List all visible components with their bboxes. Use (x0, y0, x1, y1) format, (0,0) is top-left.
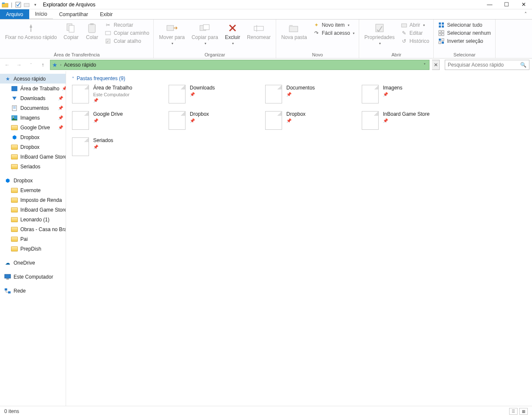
back-button[interactable]: ← (3, 60, 12, 70)
pin-to-quick-access-button[interactable]: Fixar no Acesso rápido (3, 20, 59, 41)
copy-to-icon (198, 22, 212, 34)
tree-qa-item[interactable]: Seriados (0, 162, 66, 171)
tree-dropbox-root[interactable]: ⬢ Dropbox (0, 176, 66, 185)
collapse-ribbon-button[interactable]: ˄ (519, 9, 532, 19)
paste-button[interactable]: Colar (83, 20, 101, 41)
group-select-label: Selecionar (436, 51, 492, 58)
tree-qa-item[interactable]: Dropbox (0, 142, 66, 152)
edit-button[interactable]: ✎Editar (399, 29, 431, 37)
invert-selection-button[interactable]: Inverter seleção (436, 37, 492, 45)
move-to-label: Mover para (159, 35, 185, 41)
tree-item-icon (11, 114, 18, 121)
folder-icon (11, 216, 18, 223)
file-thumb-icon (362, 111, 379, 130)
properties-qat-icon[interactable] (15, 1, 22, 8)
new-folder-button[interactable]: Nova pasta (279, 20, 310, 41)
tree-db-item[interactable]: Obras - Casa no Bra (0, 224, 66, 234)
tree-onedrive[interactable]: ☁ OneDrive (0, 258, 66, 268)
search-box[interactable]: 🔍 (445, 60, 529, 70)
search-icon: 🔍 (520, 62, 526, 68)
address-bar[interactable]: ★ › Acesso rápido ˅ (50, 60, 429, 70)
svg-rect-27 (442, 34, 444, 36)
tree-this-pc[interactable]: Este Computador (0, 272, 66, 282)
tree-qa-item[interactable]: Documentos📌 (0, 103, 66, 113)
tab-file[interactable]: Arquivo (0, 9, 29, 19)
move-to-button[interactable]: Mover para▾ (156, 20, 187, 45)
tree-qa-item[interactable]: Área de Trabalho📌 (0, 84, 66, 93)
tree-db-item[interactable]: PrepDish (0, 244, 66, 254)
svg-rect-37 (5, 274, 11, 278)
tree-db-item[interactable]: InBoard Game Store (0, 205, 66, 215)
folder-tile[interactable]: Dropbox📌 (169, 111, 263, 130)
tree-quick-access[interactable]: ★ Acesso rápido (0, 74, 66, 84)
tab-view[interactable]: Exibir (94, 9, 119, 19)
close-button[interactable]: ✕ (515, 0, 532, 9)
new-folder-qat-icon[interactable] (23, 1, 30, 8)
maximize-button[interactable]: ☐ (498, 0, 515, 9)
tree-item-icon (11, 144, 18, 151)
easy-access-button[interactable]: ↷Fácil acesso▾ (311, 29, 357, 37)
rename-button[interactable]: Renomear (244, 20, 273, 41)
forward-button[interactable]: → (14, 60, 24, 70)
recent-dropdown[interactable]: ˅ (26, 60, 36, 70)
copy-to-button[interactable]: Copiar para▾ (189, 20, 221, 45)
tree-qa-item[interactable]: Downloads📌 (0, 93, 66, 103)
new-item-button[interactable]: ✦Novo item▾ (311, 21, 357, 29)
folder-tile[interactable]: Área de TrabalhoEste Computador📌 (72, 85, 167, 103)
svg-rect-24 (439, 31, 441, 33)
folder-tile[interactable]: Documentos📌 (265, 85, 360, 103)
minimize-button[interactable]: ― (481, 0, 498, 9)
svg-rect-21 (442, 22, 444, 25)
details-view-button[interactable]: ☰ (509, 408, 518, 415)
folder-tile[interactable]: Downloads📌 (169, 85, 263, 103)
pin-icon: 📌 (190, 118, 209, 123)
cut-button[interactable]: ✂Recortar (103, 21, 151, 29)
quick-access-star-icon: ★ (52, 61, 58, 68)
up-button[interactable]: ↑ (38, 60, 47, 70)
select-all-button[interactable]: Selecionar tudo (436, 21, 492, 29)
tree-network[interactable]: Rede (0, 286, 66, 296)
paste-shortcut-button[interactable]: Colar atalho (103, 37, 151, 45)
copy-button[interactable]: Copiar (61, 20, 81, 41)
tree-qa-item[interactable]: Google Drive📌 (0, 123, 66, 132)
folder-tile[interactable]: Seriados📌 (72, 137, 167, 156)
tiles-grid: Área de TrabalhoEste Computador📌Download… (72, 85, 526, 156)
folder-icon (11, 226, 18, 233)
tab-share[interactable]: Compartilhar (53, 9, 94, 19)
quick-access-toolbar: | ▾ (0, 1, 40, 8)
pin-icon: 📌 (286, 92, 315, 97)
tree-db-item[interactable]: Leonardo (1) (0, 215, 66, 224)
tree-qa-item[interactable]: Imagens📌 (0, 113, 66, 123)
tree-item-label: Área de Trabalho (20, 86, 59, 92)
navigation-pane: ★ Acesso rápido Área de Trabalho📌Downloa… (0, 71, 66, 406)
svg-rect-14 (254, 26, 263, 31)
search-input[interactable] (448, 62, 520, 68)
tab-home[interactable]: Início (29, 9, 53, 19)
tiles-view-button[interactable]: ▦ (519, 408, 528, 415)
select-none-icon (438, 30, 445, 36)
tree-item-icon (11, 163, 18, 170)
tree-qa-item[interactable]: InBoard Game Store (0, 152, 66, 162)
history-button[interactable]: ↺Histórico (399, 37, 431, 45)
folder-tile[interactable]: Imagens📌 (362, 85, 457, 103)
open-button[interactable]: Abrir▾ (399, 21, 431, 29)
svg-rect-3 (24, 3, 29, 7)
folder-tile[interactable]: InBoard Game Store📌 (362, 111, 457, 130)
address-dropdown-icon[interactable]: ˅ (424, 63, 427, 67)
refresh-stop-button[interactable]: ✕ (432, 60, 440, 70)
folder-tile[interactable]: Google Drive📌 (72, 111, 167, 130)
tree-item-label: Imposto de Renda (20, 197, 62, 203)
tile-sub: Este Computador (93, 92, 132, 98)
properties-button[interactable]: Propriedades▾ (362, 20, 397, 45)
copy-path-button[interactable]: Copiar caminho (103, 29, 151, 37)
tree-db-item[interactable]: Pai (0, 234, 66, 244)
tree-qa-item[interactable]: ⬢Dropbox (0, 132, 66, 142)
tree-db-item[interactable]: Imposto de Renda (0, 195, 66, 205)
folder-tile[interactable]: Dropbox📌 (265, 111, 360, 130)
tree-db-item[interactable]: Evernote (0, 185, 66, 195)
group-open: Propriedades▾ Abrir▾ ✎Editar ↺Histórico … (359, 20, 434, 58)
qat-dropdown-icon[interactable]: ▾ (32, 1, 39, 8)
delete-button[interactable]: Excluir▾ (222, 20, 243, 45)
select-none-button[interactable]: Selecionar nenhum (436, 29, 492, 37)
section-header-frequent[interactable]: ˅ Pastas frequentes (9) (72, 75, 526, 81)
